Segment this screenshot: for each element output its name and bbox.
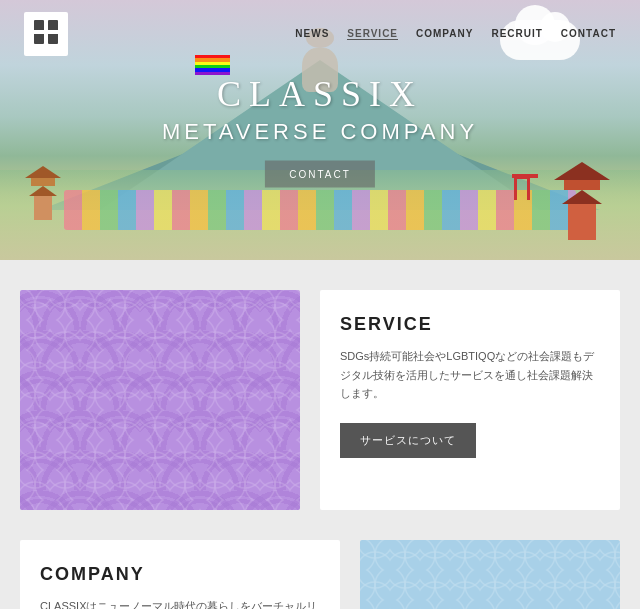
pagoda-left	[25, 166, 61, 220]
service-description: SDGs持続可能社会やLGBTIQQなどの社会課題もデジタル技術を活用したサービ…	[340, 347, 600, 403]
company-section: COMPANY CLASSIXはニューノーマル時代の暮らしをバーチャルリアリティ…	[20, 540, 620, 609]
main-content: SERVICE SDGs持続可能社会やLGBTIQQなどの社会課題もデジタル技術…	[0, 260, 640, 609]
svg-rect-7	[20, 290, 300, 510]
hero-section: NEWS SERVICE COMPANY RECRUIT CONTACT CLA…	[0, 0, 640, 260]
svg-rect-2	[34, 30, 58, 34]
hero-title: CLASSIX	[162, 73, 478, 115]
service-section: SERVICE SDGs持続可能社会やLGBTIQQなどの社会課題もデジタル技術…	[20, 290, 620, 510]
hero-contact-button[interactable]: CONTACT	[265, 161, 375, 188]
hero-subtitle: METAVERSE COMPANY	[162, 119, 478, 145]
logo[interactable]	[24, 12, 68, 56]
pagoda-right	[554, 162, 610, 240]
rainbow-fields	[64, 190, 576, 230]
navigation: NEWS SERVICE COMPANY RECRUIT CONTACT	[0, 0, 640, 68]
nav-links: NEWS SERVICE COMPANY RECRUIT CONTACT	[295, 28, 616, 40]
nav-recruit[interactable]: RECRUIT	[491, 28, 542, 40]
fish-scale-pattern-purple	[20, 290, 300, 510]
nav-company[interactable]: COMPANY	[416, 28, 473, 40]
service-button[interactable]: サービスについて	[340, 423, 476, 458]
fish-scale-pattern-blue	[360, 540, 620, 609]
hero-text-block: CLASSIX METAVERSE COMPANY CONTACT	[162, 73, 478, 188]
nav-service[interactable]: SERVICE	[347, 28, 398, 40]
torii-gate	[514, 176, 530, 200]
svg-rect-12	[360, 540, 620, 609]
company-info-card: COMPANY CLASSIXはニューノーマル時代の暮らしをバーチャルリアリティ…	[20, 540, 340, 609]
service-pattern-box	[20, 290, 300, 510]
service-heading: SERVICE	[340, 314, 600, 335]
company-pattern-box	[360, 540, 620, 609]
company-description: CLASSIXはニューノーマル時代の暮らしをバーチャルリアリティー技術用い、安全…	[40, 597, 320, 609]
nav-contact[interactable]: CONTACT	[561, 28, 616, 40]
service-info-card: SERVICE SDGs持続可能社会やLGBTIQQなどの社会課題もデジタル技術…	[320, 290, 620, 510]
company-heading: COMPANY	[40, 564, 320, 585]
logo-text	[30, 16, 62, 53]
nav-news[interactable]: NEWS	[295, 28, 329, 40]
